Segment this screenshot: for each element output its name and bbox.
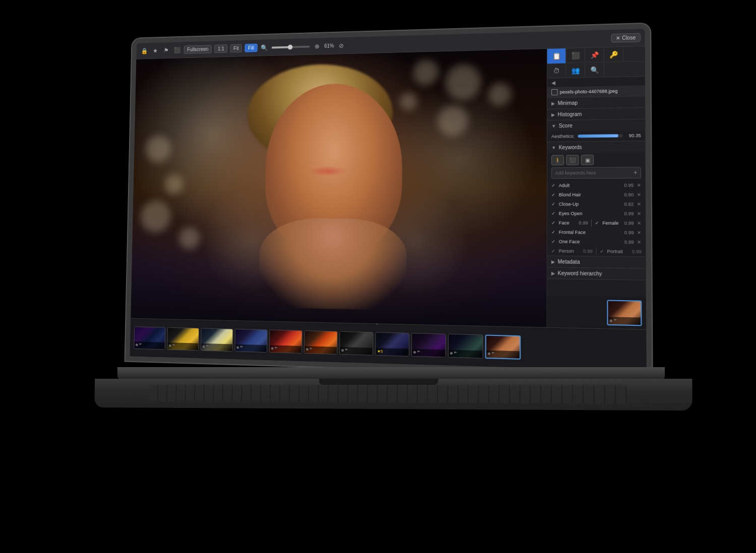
eyes-open-remove[interactable]: ✕ <box>637 211 642 216</box>
adult-remove[interactable]: ✕ <box>637 183 642 188</box>
kw-square-tool[interactable]: ⬛ <box>566 155 579 165</box>
no-sign-icon[interactable]: ⊘ <box>337 41 346 50</box>
histogram-section: ▶ Histogram <box>547 108 646 120</box>
thumb-1-dot <box>136 343 138 346</box>
female-remove[interactable]: ✕ <box>637 221 642 226</box>
thumb-8-star: ★5 <box>377 349 383 354</box>
film-thumb-4[interactable] <box>235 328 268 352</box>
one-face-remove[interactable]: ✕ <box>637 240 642 245</box>
panel-clock-icon[interactable]: ⏱ <box>547 63 566 79</box>
panel-scroll-area[interactable]: ▶ Minimap ▶ Histogram <box>547 96 646 297</box>
plus-zoom-icon[interactable]: ⊕ <box>312 42 321 51</box>
panel-key-icon[interactable]: 🔑 <box>604 47 623 62</box>
thumb-9-dot <box>413 351 416 354</box>
thumb-4-dot <box>236 347 239 349</box>
close-up-score: 0.82 <box>621 201 634 206</box>
photo-viewer <box>131 49 546 327</box>
close-up-remove[interactable]: ✕ <box>637 201 642 206</box>
frontal-face-remove[interactable]: ✕ <box>637 230 642 236</box>
keyword-hierarchy-header[interactable]: ▶ Keyword hierarchy <box>547 267 646 280</box>
film-thumb-1[interactable] <box>134 326 165 350</box>
keyword-frontal-face: ✓ Frontal Face 0.99 ✕ <box>547 228 646 238</box>
blond-hair-label: Blond Hair <box>559 192 619 197</box>
frontal-face-label: Frontal Face <box>559 230 619 235</box>
frontal-face-score: 0.99 <box>621 230 634 236</box>
keyword-adult: ✓ Adult 0.95 ✕ <box>547 180 646 190</box>
add-keyword-plus-icon[interactable]: + <box>634 169 638 177</box>
panel-search-icon[interactable]: 🔍 <box>585 62 604 78</box>
thumb-dot-1 <box>610 319 612 322</box>
thumb-6-dot <box>306 348 308 351</box>
keyword-person-portrait-row: ✓ Person 0.99 ✓ Portrait 0.99 <box>547 246 646 257</box>
thumb-10-flag <box>454 351 457 355</box>
panel-icons: 📋 ⬛ 📌 🔑 ⏱ 👥 🔍 <box>547 46 645 79</box>
panel-copy-icon[interactable]: ⬛ <box>566 48 585 63</box>
add-keywords-bar[interactable]: Add keywords here + <box>551 167 641 179</box>
add-keywords-placeholder: Add keywords here <box>555 170 596 176</box>
thumb-3-flag <box>206 344 209 349</box>
portrait-score: 0.99 <box>628 249 642 254</box>
kw-person-tool[interactable]: 🚶 <box>551 155 564 166</box>
film-thumb-10[interactable] <box>448 333 483 358</box>
blond-hair-remove[interactable]: ✕ <box>637 192 642 197</box>
keyword-close-up: ✓ Close-Up 0.82 ✕ <box>547 199 646 209</box>
zoom-fill-button[interactable]: Fill <box>245 44 258 52</box>
thumb-3-dot <box>203 345 205 348</box>
close-button[interactable]: ✕ Close <box>611 33 641 43</box>
keyword-hierarchy-section: ▶ Keyword hierarchy <box>547 267 646 280</box>
keywords-header[interactable]: ▼ Keywords <box>547 141 646 153</box>
face-score: 0.99 <box>575 220 588 225</box>
thumb-5-flag <box>275 347 278 351</box>
female-score: 0.99 <box>621 221 634 226</box>
file-icon <box>551 89 557 95</box>
adult-check: ✓ <box>551 183 556 188</box>
close-x-icon: ✕ <box>616 35 620 41</box>
score-title: Score <box>559 123 573 129</box>
metadata-header[interactable]: ▶ Metadata <box>547 256 646 268</box>
zoom-fit-button[interactable]: Fit <box>230 44 242 53</box>
film-thumb-5[interactable] <box>269 329 302 354</box>
film-thumb-9[interactable] <box>411 333 446 358</box>
score-header[interactable]: ▼ Score <box>547 119 646 131</box>
minimap-header[interactable]: ▶ Minimap <box>547 96 645 109</box>
keyword-blond-hair: ✓ Blond Hair 0.80 ✕ <box>547 190 646 199</box>
right-panel: 📋 ⬛ 📌 🔑 ⏱ 👥 🔍 ◀ <box>546 46 646 329</box>
eyes-open-check: ✓ <box>551 211 556 216</box>
thumb-7-flag <box>345 349 348 353</box>
file-name: pexels-photo-4407688.jpeg <box>560 88 641 95</box>
film-thumb-2[interactable] <box>167 327 199 351</box>
keywords-title: Keywords <box>559 145 582 151</box>
active-portrait-thumb[interactable] <box>607 300 642 326</box>
tag-icon[interactable]: ⬛ <box>173 45 181 54</box>
film-thumb-8[interactable]: ★5 <box>375 332 409 356</box>
zoom-slider[interactable] <box>272 45 310 48</box>
film-thumb-7[interactable] <box>339 331 373 355</box>
film-thumb-6[interactable] <box>304 330 338 355</box>
film-thumb-3[interactable] <box>201 328 233 352</box>
person-score: 0.99 <box>580 249 592 254</box>
fullscreen-button[interactable]: Fullscreen <box>184 45 212 54</box>
eyes-open-score: 0.99 <box>621 211 634 217</box>
film-thumb-11-portrait[interactable] <box>485 334 521 359</box>
zoom-1-1-button[interactable]: 1:1 <box>214 44 227 53</box>
thumb-11-dot <box>488 353 490 355</box>
zoom-percent: 61% <box>324 43 334 48</box>
star-icon[interactable]: ★ <box>151 46 159 55</box>
panel-people-icon[interactable]: 👥 <box>566 63 585 78</box>
panel-pin-icon[interactable]: 📌 <box>585 47 604 63</box>
keywords-tools: 🚶 ⬛ ▣ <box>547 152 646 167</box>
minus-zoom-icon[interactable]: 🔍 <box>260 43 269 52</box>
kw-box-tool[interactable]: ▣ <box>581 155 594 165</box>
panel-info-icon[interactable]: 📋 <box>547 48 566 63</box>
aesthetics-value: 90.35 <box>626 133 641 139</box>
minimap-section: ▶ Minimap <box>547 96 645 109</box>
thumb-1-flag <box>139 343 142 347</box>
flag-icon[interactable]: ⚑ <box>162 46 170 54</box>
person-check: ✓ <box>551 248 556 253</box>
aesthetics-bar <box>578 134 622 137</box>
minimap-title: Minimap <box>558 100 578 106</box>
keywords-section: ▼ Keywords 🚶 ⬛ ▣ Add keywor <box>547 141 646 257</box>
histogram-header[interactable]: ▶ Histogram <box>547 108 646 120</box>
person-label: Person <box>559 248 578 254</box>
aesthetics-bar-fill <box>578 134 618 137</box>
